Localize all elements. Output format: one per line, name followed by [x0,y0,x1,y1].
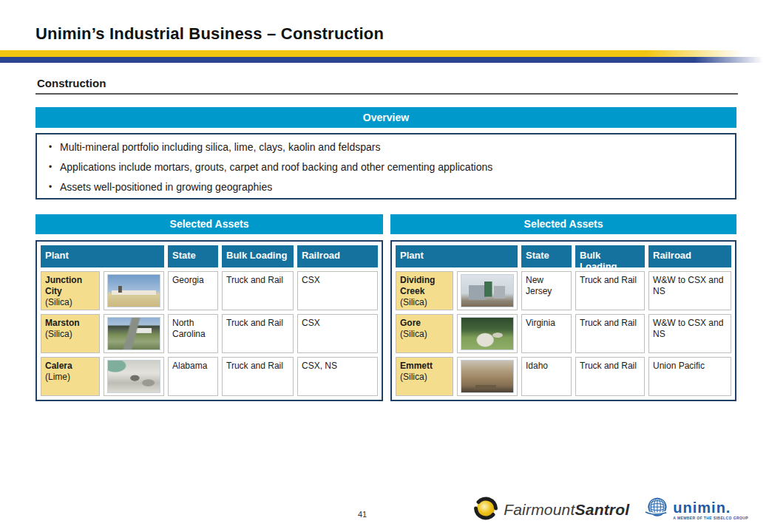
bulk-loading-cell: Truck and Rail [575,314,645,353]
plant-mineral: (Silica) [400,329,449,340]
title-divider-yellow-bar [0,50,743,57]
unimin-tagline: A MEMBER OF THE SIBELCO GROUP [673,516,748,520]
left-selected-assets-banner: Selected Assets [35,214,383,234]
overview-bullet-3: Assets well-positioned in growing geogra… [47,180,728,194]
state-cell: Virginia [521,314,572,353]
right-assets-table: Plant State Bulk Loading Railroad Dividi… [390,240,736,401]
plant-mineral: (Lime) [45,372,95,383]
railroad-cell: CSX, NS [297,357,378,396]
overview-bullet-1: Multi-mineral portfolio including silica… [47,140,728,154]
unimin-globe-icon [644,496,669,524]
bulk-loading-cell: Truck and Rail [222,271,294,310]
fairmount-santrol-logo: FairmountSantrol [474,497,629,523]
plant-mineral: (Silica) [45,297,95,308]
overview-bullet-2: Applications include mortars, grouts, ca… [47,160,728,174]
bulk-loading-cell: Truck and Rail [222,314,294,353]
plant-photo-cell [457,271,518,310]
plant-photo-cell [104,357,164,396]
plant-mineral: (Silica) [45,329,95,340]
plant-photo-cell [457,314,518,353]
marston-plant-photo [107,317,160,350]
plant-photo-cell [457,357,518,396]
state-cell: Idaho [521,357,572,396]
right-column-header-railroad: Railroad [648,245,731,267]
bulk-loading-cell: Truck and Rail [575,271,645,310]
plant-mineral: (Silica) [400,372,449,383]
plant-name: Calera [45,361,95,372]
left-column-header-railroad: Railroad [297,245,378,267]
title-divider-navy-bar [0,57,763,63]
left-column-header-plant: Plant [41,245,164,267]
right-column-header-bulk-loading: Bulk Loading [575,245,645,267]
railroad-cell: CSX [297,314,378,353]
fairmount-sun-icon [474,497,498,523]
footer-logos: FairmountSantrol [474,496,748,524]
state-cell: North Carolina [168,314,218,353]
plant-name-cell: Dividing Creek (Silica) [396,271,453,310]
left-column-header-bulk-loading: Bulk Loading [222,245,294,267]
gore-plant-photo [461,317,514,350]
bulk-loading-cell: Truck and Rail [222,357,294,396]
fairmount-wordmark-part1: Fairmount [504,501,575,518]
railroad-cell: CSX [297,271,378,310]
emmett-plant-photo [461,360,514,393]
plant-name-cell: Calera (Lime) [41,357,100,396]
section-heading-rule [35,93,738,95]
overview-banner: Overview [35,107,736,128]
plant-photo-cell [104,314,164,353]
junction-city-plant-photo [107,274,160,307]
unimin-wordmark: unimin. [673,500,748,515]
plant-name: Junction City [45,275,95,297]
slide-title: Unimin’s Industrial Business – Construct… [35,24,384,44]
railroad-cell: W&W to CSX and NS [648,271,731,310]
section-heading: Construction [37,77,106,89]
plant-name: Gore [400,318,449,329]
railroad-cell: Union Pacific [648,357,731,396]
dividing-creek-plant-photo [461,274,514,307]
unimin-logo: unimin. A MEMBER OF THE SIBELCO GROUP [644,496,748,524]
right-selected-assets-banner: Selected Assets [390,214,736,234]
plant-name: Dividing Creek [400,275,449,297]
plant-name-cell: Gore (Silica) [396,314,453,353]
plant-name-cell: Junction City (Silica) [41,271,100,310]
left-assets-table: Plant State Bulk Loading Railroad Juncti… [35,240,383,401]
left-column-header-state: State [168,245,218,267]
plant-name: Marston [45,318,95,329]
state-cell: Alabama [168,357,218,396]
right-column-header-plant: Plant [396,245,518,267]
state-cell: New Jersey [521,271,572,310]
calera-plant-photo [107,360,160,393]
fairmount-santrol-wordmark: FairmountSantrol [504,501,629,519]
plant-name-cell: Marston (Silica) [41,314,100,353]
right-column-header-state: State [521,245,572,267]
plant-name: Emmett [400,361,449,372]
slide: Unimin’s Industrial Business – Construct… [0,0,769,532]
bulk-loading-cell: Truck and Rail [575,357,645,396]
overview-bullet-box: Multi-mineral portfolio including silica… [35,133,736,200]
plant-mineral: (Silica) [400,297,449,308]
state-cell: Georgia [168,271,218,310]
overview-bullet-list: Multi-mineral portfolio including silica… [47,140,728,194]
plant-name-cell: Emmett (Silica) [396,357,453,396]
plant-photo-cell [104,271,164,310]
fairmount-wordmark-part2: Santrol [575,501,630,518]
railroad-cell: W&W to CSX and NS [648,314,731,353]
